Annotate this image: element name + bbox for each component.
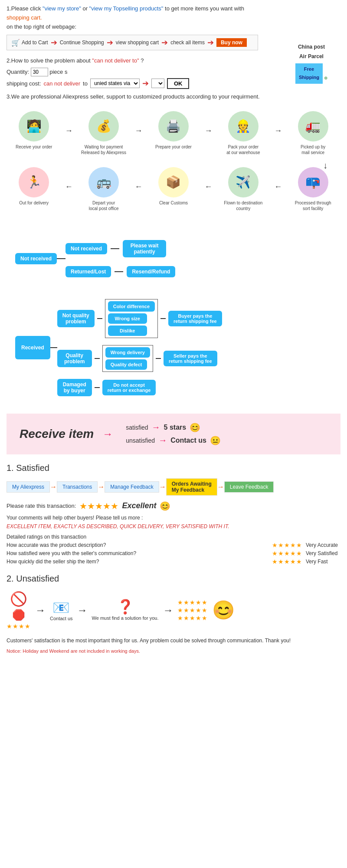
step-sort: 📪 Processed throughsort facility <box>289 167 337 211</box>
webpage-text: on the top right of webpage: <box>7 23 340 32</box>
nav-arrow2: → <box>98 483 105 491</box>
five-stars-text: 5 stars <box>164 424 187 431</box>
delivery-label: Out for delivery <box>10 200 58 206</box>
unsat-stars-1: ★★★★ <box>7 623 31 630</box>
not-received-branch-box: Not received <box>65 243 107 254</box>
notice-text: Notice: Holiday and Weekend are not incl… <box>7 648 340 654</box>
process-row1: 🧑‍💻 Receive your order → 💰 Waiting for p… <box>7 111 340 155</box>
free-shipping-box: FreeShipping <box>295 63 323 84</box>
arrow4: ➔ <box>207 38 214 47</box>
rating-value-2: Very Satisfied <box>306 550 340 556</box>
received-branches: Not qualityproblem Color difference Wron… <box>57 299 222 396</box>
nav-leave-feedback[interactable]: Leave Feedback <box>224 481 274 493</box>
quality-box: Qualityproblem <box>57 350 92 367</box>
step-flown: ✈️ Flown to destinationcountry <box>219 167 267 211</box>
h-connector1 <box>57 258 65 259</box>
method-select[interactable] <box>151 79 164 88</box>
quality-subbranches: Wrong delivery Quality defect <box>102 345 153 372</box>
wrong-size-box: Wrong size <box>108 313 147 324</box>
not-received-branches: Not received Please waitpatiently Return… <box>65 240 175 277</box>
can-not-deliver: can not deliver <box>44 80 81 87</box>
qty-label: Quantity: <box>7 69 31 75</box>
excellent-label: Excellent <box>122 501 156 510</box>
buy-now-step[interactable]: Buy now <box>216 38 247 47</box>
customs-label: Clear Customs <box>150 200 197 206</box>
view-topselling-link[interactable]: "view my Topselling products" <box>89 5 164 12</box>
pickup-label: Picked up bymail service <box>289 144 337 155</box>
china-post-box: China postAir Parcel FreeShipping ⊕ <box>295 43 327 85</box>
pickup-icon: 🚛 <box>298 111 328 141</box>
prepare-label: Prepare your order <box>150 144 197 150</box>
buyer-pays-box: Buyer pays thereturn shipping fee <box>168 311 222 326</box>
solution-group: ❓ We must find a solution for you. <box>92 598 159 621</box>
not-quality-row: Not qualityproblem Color difference Wron… <box>57 299 222 338</box>
email-icon: 📧 <box>50 599 73 616</box>
rating-row-1: How accurate was the product description… <box>7 542 340 549</box>
ship-label: shipping cost: <box>7 80 41 87</box>
customs-icon: 📦 <box>158 167 189 197</box>
not-quality-box: Not qualityproblem <box>57 310 95 327</box>
step-depart: 🚌 Depart yourlocal post office <box>80 167 128 211</box>
nav-arrow3: → <box>159 483 166 491</box>
add-to-cart-step: Add to Cart <box>22 39 48 46</box>
rating-label-2: How satisfied were you with the seller's… <box>7 550 268 556</box>
quantity-input[interactable] <box>31 68 48 76</box>
unsat-star-row1: ★★★★★ <box>177 599 208 606</box>
ok-button[interactable]: OK <box>167 78 190 89</box>
unsat-stars-group: ★★★★★ ★★★★★ ★★★★★ <box>177 599 208 621</box>
arrow-p1: → <box>65 126 73 135</box>
arrow2: ➔ <box>107 38 113 47</box>
sort-icon: 📪 <box>298 167 328 197</box>
arrow3: ➔ <box>161 38 168 47</box>
branch-not-received: Not received Please waitpatiently <box>65 240 175 257</box>
detailed-label: Detailed ratings on this transaction <box>7 534 340 540</box>
quantity-row: Quantity: piece s <box>7 68 295 76</box>
color-diff-box: Color difference <box>108 301 155 312</box>
unsatisfied-text: unsatisfied <box>126 437 155 444</box>
returned-lost-box: Returned/Lost <box>65 266 111 277</box>
no-return-box: Do not acceptreturn or exchange <box>102 380 156 395</box>
nav-orders-awaiting[interactable]: Orders AwaitingMy Feedback <box>166 478 217 496</box>
nav-my-aliexpress[interactable]: My Aliexpress <box>7 481 50 493</box>
rating-value-3: Very Fast <box>306 559 340 565</box>
sort-label: Processed throughsort facility <box>289 200 337 211</box>
nav-arrow4: → <box>217 483 224 491</box>
step-customs: 📦 Clear Customs <box>150 167 197 206</box>
nav-transactions[interactable]: Transactions <box>57 481 98 493</box>
arrow-p7: ← <box>204 182 212 191</box>
arrow-sat1: → <box>102 428 113 440</box>
email-group: 📧 Contact us <box>50 599 73 621</box>
section2-heading: 2.How to solve the problem about "can no… <box>7 56 340 66</box>
rating-stars-3: ★★★★★ <box>272 558 302 565</box>
step-pack: 👷 Pack your orderat our warehouse <box>219 111 267 155</box>
arrow-sat2: → <box>152 422 160 432</box>
prepare-icon: 🖨️ <box>158 111 189 141</box>
nav-manage-feedback[interactable]: Manage Feedback <box>105 481 159 493</box>
body-text: Customers' satisfaction is the most impo… <box>7 637 340 645</box>
view-cart-step: view shopping cart <box>116 39 159 46</box>
quality-row: Qualityproblem Wrong delivery Quality de… <box>57 345 222 372</box>
rating-label-3: How quickly did the seller ship the item… <box>7 559 268 565</box>
step-receive: 🧑‍💻 Receive your order <box>10 111 58 150</box>
depart-label: Depart yourlocal post office <box>80 200 128 211</box>
rating-value-1: Very Accurate <box>306 542 340 548</box>
receive-item-label: Receive item <box>20 427 94 441</box>
country-select[interactable]: unied states via <box>90 79 140 88</box>
damaged-box: Damagedby buyer <box>57 379 92 396</box>
no-sign-group: 🚫 🛑 ★★★★ <box>7 591 31 630</box>
step-payment: 💰 Waiting for paymentReleased by Aliexpr… <box>80 111 128 155</box>
rating-stars-1: ★★★★★ <box>272 542 302 549</box>
section1-text: 1.Please click "view my store" or "view … <box>7 4 340 13</box>
seller-pays-box: Seller pays thereturn shipping fee <box>164 351 217 366</box>
view-store-link[interactable]: "view my store" <box>43 5 81 12</box>
delivery-icon: 🏃 <box>19 167 49 197</box>
arrow-unsat3: → <box>163 604 173 616</box>
quality-defect-box: Quality defect <box>105 359 147 370</box>
comment-text: Your comments will help other buyers! Pl… <box>7 515 340 521</box>
rate-label: Please rate this transaction: <box>7 503 76 509</box>
unsatisfied-row: unsatisfied → Contact us 😐 <box>126 435 221 446</box>
branch-returned: Returned/Lost Resend/Refund <box>65 266 175 277</box>
satisfied-text: satisfied <box>126 424 148 431</box>
n-stop-icon: 🛑 <box>12 609 25 621</box>
unsatisfied-section: 2. Unsatisfied 🚫 🛑 ★★★★ → 📧 Contact us →… <box>7 574 340 654</box>
